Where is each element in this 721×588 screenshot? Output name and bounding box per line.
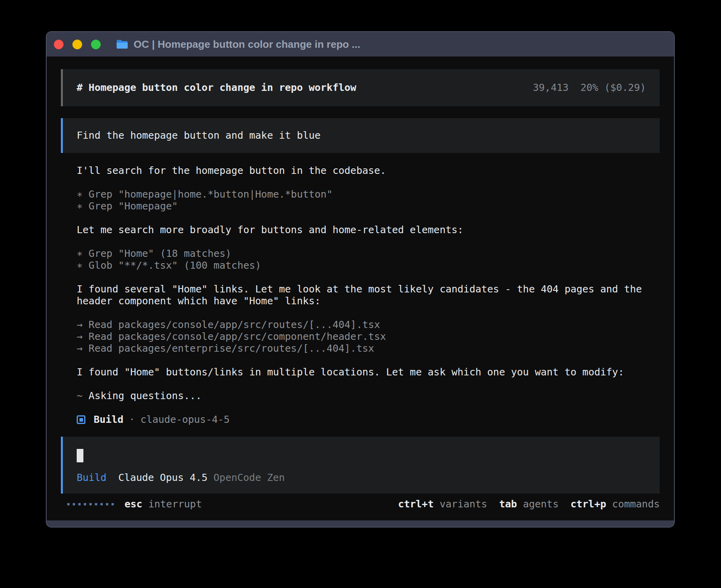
status-bar: esc interrupt ctrl+t variantstab agentsc… — [61, 498, 660, 510]
transcript-line-tool: ∗ Grep "homepage|home.*button|Home.*butt… — [77, 188, 654, 200]
hint-key: tab — [499, 498, 517, 510]
session-title: # Homepage button color change in repo w… — [77, 82, 356, 94]
hint-label: commands — [612, 498, 660, 510]
minimize-button[interactable] — [72, 40, 82, 49]
transcript-line-spacer — [77, 271, 654, 283]
transcript-line-tool: → Read packages/console/app/src/routes/[… — [77, 319, 654, 331]
spinner-dot — [100, 503, 103, 505]
window-title: OC | Homepage button color change in rep… — [134, 38, 360, 51]
spinner-dot — [84, 503, 86, 505]
user-message: Find the homepage button and make it blu… — [61, 118, 660, 153]
transcript-line-tool: ∗ Grep "Homepage" — [77, 200, 654, 212]
key-hint-interrupt: esc interrupt — [125, 498, 202, 510]
terminal-content: # Homepage button color change in repo w… — [47, 57, 674, 520]
session-stats: 39,413 20% ($0.29) — [533, 82, 646, 94]
spinner-dot — [73, 503, 75, 505]
transcript-line-spacer — [77, 378, 654, 390]
key-hint-agents: tab agents — [499, 498, 559, 510]
composer-meta: Build Claude Opus 4.5 OpenCode Zen — [77, 472, 646, 484]
text-cursor — [77, 449, 83, 462]
separator-dot: · — [129, 414, 135, 426]
composer[interactable]: Build Claude Opus 4.5 OpenCode Zen — [61, 437, 660, 494]
key-hint-variants: ctrl+t variants — [398, 498, 487, 510]
agent-status-row: Build · claude-opus-4-5 — [77, 414, 660, 426]
titlebar: OC | Homepage button color change in rep… — [47, 32, 674, 57]
transcript-line-text: I'll search for the homepage button in t… — [77, 165, 654, 177]
spinner-dot — [78, 503, 81, 505]
hint-label: variants — [440, 498, 487, 510]
title-group: OC | Homepage button color change in rep… — [116, 38, 360, 51]
transcript: I'll search for the homepage button in t… — [77, 165, 654, 402]
hints-right: ctrl+t variantstab agentsctrl+p commands — [398, 498, 660, 510]
user-message-text: Find the homepage button and make it blu… — [77, 130, 321, 141]
transcript-line-tool: → Read packages/console/app/src/componen… — [77, 331, 654, 343]
composer-model[interactable]: Claude Opus 4.5 — [118, 472, 208, 484]
agent-model: claude-opus-4-5 — [140, 414, 230, 426]
composer-agent[interactable]: Build — [77, 472, 106, 484]
transcript-line-spacer — [77, 212, 654, 224]
transcript-line-spacer — [77, 177, 654, 188]
hint-key: ctrl+t — [398, 498, 434, 510]
key-hint-commands: ctrl+p commands — [570, 498, 660, 510]
terminal-window: OC | Homepage button color change in rep… — [46, 31, 675, 528]
activity-prefix: ~ — [77, 390, 83, 401]
composer-provider: OpenCode Zen — [213, 472, 285, 484]
window-controls — [54, 40, 101, 49]
hint-key: ctrl+p — [570, 498, 606, 510]
hint-label: agents — [523, 498, 559, 510]
token-count: 39,413 — [533, 82, 568, 93]
spinner-dot — [95, 503, 97, 505]
spinner-dots — [67, 503, 114, 505]
spinner-dot — [67, 503, 70, 505]
transcript-line-spacer — [77, 236, 654, 248]
transcript-line-spacer — [77, 354, 654, 366]
transcript-line-text: Let me search more broadly for buttons a… — [77, 224, 654, 236]
folder-icon — [116, 39, 128, 49]
transcript-line-text: I found "Home" buttons/links in multiple… — [77, 366, 654, 378]
session-header: # Homepage button color change in repo w… — [61, 69, 660, 106]
spinner-dot — [111, 503, 114, 505]
hints-left: esc interrupt — [125, 498, 202, 510]
transcript-line-tool: ∗ Grep "Home" (18 matches) — [77, 248, 654, 260]
window-bottom-strip — [47, 520, 674, 527]
context-usage: 20% ($0.29) — [580, 82, 646, 93]
transcript-line-tool: ∗ Glob "**/*.tsx" (100 matches) — [77, 260, 654, 271]
transcript-line-spacer — [77, 307, 654, 319]
transcript-line-activity: ~ Asking questions... — [77, 390, 654, 402]
spinner-dot — [106, 503, 108, 505]
hint-label: interrupt — [148, 498, 202, 510]
maximize-button[interactable] — [91, 40, 101, 49]
transcript-line-text: I found several "Home" links. Let me loo… — [77, 283, 654, 307]
agent-name: Build — [94, 414, 123, 426]
spinner-dot — [89, 503, 92, 505]
close-button[interactable] — [54, 40, 64, 49]
hint-key: esc — [125, 498, 142, 510]
transcript-line-tool: → Read packages/enterprise/src/routes/[.… — [77, 343, 654, 354]
agent-badge-icon — [77, 415, 85, 424]
